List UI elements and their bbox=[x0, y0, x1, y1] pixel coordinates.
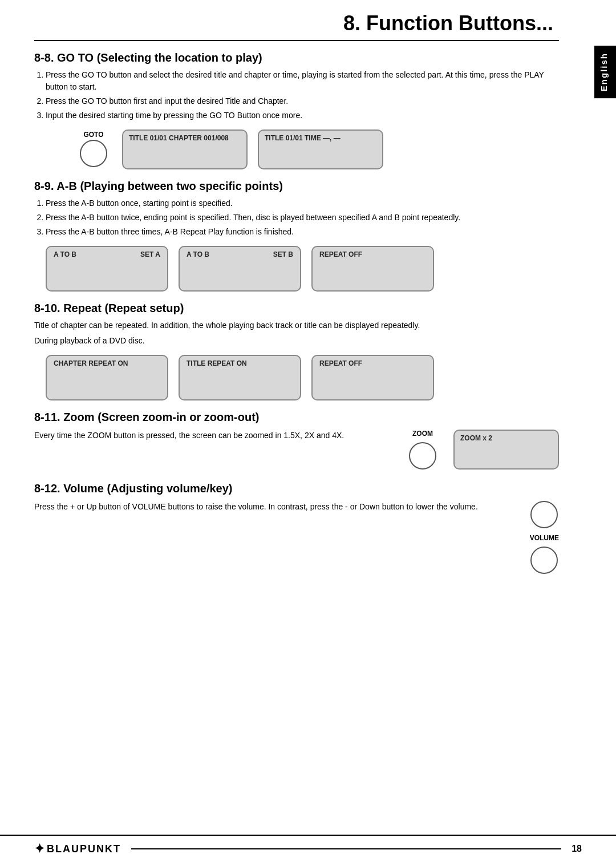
goto-box2: TITLE 01/01 TIME —, — bbox=[258, 129, 383, 169]
ab-box1: A TO B SET A bbox=[46, 246, 168, 292]
page: English 8. Function Buttons... 8-8. GO T… bbox=[0, 0, 616, 862]
section-8-11-desc: Every time the ZOOM button is pressed, t… bbox=[34, 430, 392, 442]
zoom-row: Every time the ZOOM button is pressed, t… bbox=[34, 430, 559, 472]
ab-box1-right: SET A bbox=[140, 250, 160, 258]
goto-box1: TITLE 01/01 CHAPTER 001/008 bbox=[122, 129, 248, 169]
volume-right: VOLUME bbox=[530, 501, 559, 576]
side-tab: English bbox=[594, 46, 616, 98]
goto-display-row: GOTO TITLE 01/01 CHAPTER 001/008 TITLE 0… bbox=[80, 129, 559, 169]
list-item: Press the A-B button twice, ending point… bbox=[46, 212, 559, 224]
volume-up-button[interactable] bbox=[530, 501, 558, 528]
volume-left: Press the + or Up button of VOLUME butto… bbox=[34, 501, 513, 515]
goto-button-item: GOTO bbox=[80, 131, 107, 169]
zoom-circle-button[interactable] bbox=[409, 442, 436, 470]
list-item: Input the desired starting time by press… bbox=[46, 110, 559, 122]
repeat-box3: REPEAT OFF bbox=[311, 355, 434, 400]
section-8-8-list: Press the GO TO button and select the de… bbox=[46, 69, 559, 122]
list-item: Press the A-B button three times, A-B Re… bbox=[46, 226, 559, 238]
list-item: Press the GO TO button and select the de… bbox=[46, 69, 559, 93]
logo-star-icon: ✦ bbox=[34, 841, 44, 856]
section-8-9-heading: 8-9. A-B (Playing between two specific p… bbox=[34, 180, 559, 193]
footer-divider bbox=[131, 848, 561, 849]
ab-box1-left: A TO B bbox=[54, 250, 76, 258]
section-8-11-heading: 8-11. Zoom (Screen zoom-in or zoom-out) bbox=[34, 411, 559, 424]
footer-page-number: 18 bbox=[572, 844, 582, 854]
volume-row: Press the + or Up button of VOLUME butto… bbox=[34, 501, 559, 576]
goto-label: GOTO bbox=[83, 131, 103, 139]
section-8-12-desc: Press the + or Up button of VOLUME butto… bbox=[34, 501, 513, 513]
ab-box2-left: A TO B bbox=[187, 250, 209, 258]
page-title: 8. Function Buttons... bbox=[34, 11, 559, 41]
zoom-left: Every time the ZOOM button is pressed, t… bbox=[34, 430, 392, 444]
zoom-box: ZOOM x 2 bbox=[453, 430, 559, 470]
footer-logo: ✦ BLAUPUNKT bbox=[34, 841, 121, 856]
ab-display-row: A TO B SET A A TO B SET B REPEAT OFF bbox=[46, 246, 559, 292]
list-item: Press the GO TO button first and input t… bbox=[46, 95, 559, 107]
logo-text: BLAUPUNKT bbox=[47, 843, 121, 855]
section-8-10-desc2: During playback of a DVD disc. bbox=[34, 335, 559, 347]
section-8-10-heading: 8-10. Repeat (Repeat setup) bbox=[34, 302, 559, 315]
goto-circle-button[interactable] bbox=[80, 140, 107, 167]
section-8-8-heading: 8-8. GO TO (Selecting the location to pl… bbox=[34, 51, 559, 64]
ab-box3: REPEAT OFF bbox=[311, 246, 434, 292]
footer: ✦ BLAUPUNKT 18 bbox=[0, 835, 616, 862]
volume-label: VOLUME bbox=[530, 534, 559, 542]
zoom-label: ZOOM bbox=[412, 430, 433, 438]
list-item: Press the A-B button once, starting poin… bbox=[46, 197, 559, 209]
section-8-12-heading: 8-12. Volume (Adjusting volume/key) bbox=[34, 482, 559, 495]
repeat-display-row: CHAPTER REPEAT ON TITLE REPEAT ON REPEAT… bbox=[46, 355, 559, 400]
volume-down-button[interactable] bbox=[530, 547, 558, 574]
section-8-9-list: Press the A-B button once, starting poin… bbox=[46, 197, 559, 238]
zoom-right: ZOOM bbox=[409, 430, 436, 472]
ab-box2-right: SET B bbox=[273, 250, 293, 258]
repeat-box1: CHAPTER REPEAT ON bbox=[46, 355, 168, 400]
ab-box3-text: REPEAT OFF bbox=[319, 250, 362, 258]
repeat-box2: TITLE REPEAT ON bbox=[179, 355, 301, 400]
ab-box2: A TO B SET B bbox=[179, 246, 301, 292]
section-8-10-desc1: Title of chapter can be repeated. In add… bbox=[34, 319, 559, 331]
